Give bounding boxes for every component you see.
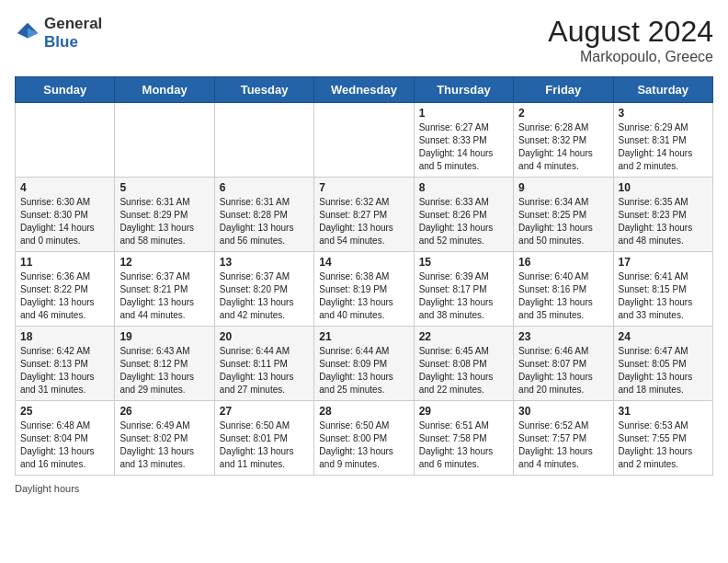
day-info: Sunrise: 6:32 AM Sunset: 8:27 PM Dayligh… [319,196,408,247]
day-info: Sunrise: 6:31 AM Sunset: 8:29 PM Dayligh… [119,196,209,247]
day-info: Sunrise: 6:52 AM Sunset: 7:57 PM Dayligh… [518,419,608,471]
calendar-body: 1Sunrise: 6:27 AM Sunset: 8:33 PM Daylig… [16,103,713,476]
footer: Daylight hours [15,483,713,494]
calendar-cell: 25Sunrise: 6:48 AM Sunset: 8:04 PM Dayli… [16,401,115,476]
day-number: 7 [319,181,408,194]
dow-header: Wednesday [314,77,414,103]
calendar-cell: 16Sunrise: 6:40 AM Sunset: 8:16 PM Dayli… [514,252,613,327]
day-info: Sunrise: 6:50 AM Sunset: 8:01 PM Dayligh… [220,419,309,471]
calendar-cell [314,103,414,178]
calendar-cell: 27Sunrise: 6:50 AM Sunset: 8:01 PM Dayli… [214,401,313,476]
day-info: Sunrise: 6:45 AM Sunset: 8:08 PM Dayligh… [419,345,508,396]
day-info: Sunrise: 6:40 AM Sunset: 8:16 PM Dayligh… [518,270,608,322]
day-number: 28 [319,405,408,418]
day-info: Sunrise: 6:50 AM Sunset: 8:00 PM Dayligh… [319,419,408,471]
day-number: 6 [220,181,309,194]
calendar-table: SundayMondayTuesdayWednesdayThursdayFrid… [15,76,713,476]
day-number: 20 [220,330,309,343]
location-subtitle: Markopoulo, Greece [548,49,713,65]
calendar-cell: 9Sunrise: 6:34 AM Sunset: 8:25 PM Daylig… [514,178,613,252]
dow-header: Monday [115,77,214,103]
calendar-cell: 15Sunrise: 6:39 AM Sunset: 8:17 PM Dayli… [414,252,513,327]
day-info: Sunrise: 6:42 AM Sunset: 8:13 PM Dayligh… [20,345,109,396]
calendar-week-row: 25Sunrise: 6:48 AM Sunset: 8:04 PM Dayli… [16,401,713,476]
calendar-cell: 10Sunrise: 6:35 AM Sunset: 8:23 PM Dayli… [613,178,712,252]
calendar-cell: 8Sunrise: 6:33 AM Sunset: 8:26 PM Daylig… [414,178,513,252]
day-number: 16 [518,256,608,269]
day-number: 17 [619,256,708,269]
calendar-week-row: 11Sunrise: 6:36 AM Sunset: 8:22 PM Dayli… [16,252,713,327]
day-info: Sunrise: 6:47 AM Sunset: 8:05 PM Dayligh… [619,345,708,396]
calendar-cell: 18Sunrise: 6:42 AM Sunset: 8:13 PM Dayli… [16,327,115,401]
day-info: Sunrise: 6:48 AM Sunset: 8:04 PM Dayligh… [20,419,109,471]
day-info: Sunrise: 6:29 AM Sunset: 8:31 PM Dayligh… [619,121,708,173]
day-info: Sunrise: 6:37 AM Sunset: 8:20 PM Dayligh… [220,270,309,322]
page-header: General Blue August 2024 Markopoulo, Gre… [15,15,713,65]
logo-blue-text: Blue [44,33,102,52]
dow-header: Tuesday [214,77,313,103]
day-info: Sunrise: 6:27 AM Sunset: 8:33 PM Dayligh… [419,121,508,173]
calendar-cell [16,103,115,178]
day-number: 23 [518,330,608,343]
day-info: Sunrise: 6:35 AM Sunset: 8:23 PM Dayligh… [619,196,708,247]
calendar-cell: 3Sunrise: 6:29 AM Sunset: 8:31 PM Daylig… [613,103,712,178]
calendar-cell: 21Sunrise: 6:44 AM Sunset: 8:09 PM Dayli… [314,327,414,401]
day-info: Sunrise: 6:30 AM Sunset: 8:30 PM Dayligh… [20,196,109,247]
dow-header: Saturday [613,77,712,103]
calendar-cell: 11Sunrise: 6:36 AM Sunset: 8:22 PM Dayli… [16,252,115,327]
day-number: 11 [20,256,109,269]
day-info: Sunrise: 6:28 AM Sunset: 8:32 PM Dayligh… [518,121,608,173]
day-info: Sunrise: 6:41 AM Sunset: 8:15 PM Dayligh… [619,270,708,322]
calendar-week-row: 4Sunrise: 6:30 AM Sunset: 8:30 PM Daylig… [16,178,713,252]
calendar-cell: 26Sunrise: 6:49 AM Sunset: 8:02 PM Dayli… [115,401,214,476]
day-number: 29 [419,405,508,418]
month-year-title: August 2024 [548,15,713,49]
day-info: Sunrise: 6:39 AM Sunset: 8:17 PM Dayligh… [419,270,508,322]
dow-header: Sunday [16,77,115,103]
day-info: Sunrise: 6:53 AM Sunset: 7:55 PM Dayligh… [619,419,708,471]
calendar-cell [214,103,313,178]
calendar-cell: 5Sunrise: 6:31 AM Sunset: 8:29 PM Daylig… [115,178,214,252]
calendar-cell: 2Sunrise: 6:28 AM Sunset: 8:32 PM Daylig… [514,103,613,178]
calendar-cell: 23Sunrise: 6:46 AM Sunset: 8:07 PM Dayli… [514,327,613,401]
logo-icon [15,20,40,46]
day-number: 8 [419,181,508,194]
day-number: 26 [119,405,209,418]
day-info: Sunrise: 6:34 AM Sunset: 8:25 PM Dayligh… [518,196,608,247]
day-number: 31 [619,405,708,418]
day-info: Sunrise: 6:43 AM Sunset: 8:12 PM Dayligh… [119,345,209,396]
calendar-cell: 7Sunrise: 6:32 AM Sunset: 8:27 PM Daylig… [314,178,414,252]
day-info: Sunrise: 6:38 AM Sunset: 8:19 PM Dayligh… [319,270,408,322]
day-info: Sunrise: 6:33 AM Sunset: 8:26 PM Dayligh… [419,196,508,247]
day-info: Sunrise: 6:31 AM Sunset: 8:28 PM Dayligh… [220,196,309,247]
day-number: 10 [619,181,708,194]
logo-general-text: General [44,15,102,33]
calendar-cell: 24Sunrise: 6:47 AM Sunset: 8:05 PM Dayli… [613,327,712,401]
day-number: 27 [220,405,309,418]
day-number: 21 [319,330,408,343]
logo: General Blue [15,15,102,51]
days-of-week-row: SundayMondayTuesdayWednesdayThursdayFrid… [16,77,713,103]
day-number: 14 [319,256,408,269]
calendar-cell: 6Sunrise: 6:31 AM Sunset: 8:28 PM Daylig… [214,178,313,252]
day-number: 3 [619,107,708,120]
dow-header: Thursday [414,77,513,103]
day-info: Sunrise: 6:49 AM Sunset: 8:02 PM Dayligh… [119,419,209,471]
calendar-week-row: 1Sunrise: 6:27 AM Sunset: 8:33 PM Daylig… [16,103,713,178]
day-number: 1 [419,107,508,120]
day-info: Sunrise: 6:36 AM Sunset: 8:22 PM Dayligh… [20,270,109,322]
calendar-cell: 20Sunrise: 6:44 AM Sunset: 8:11 PM Dayli… [214,327,313,401]
calendar-cell: 1Sunrise: 6:27 AM Sunset: 8:33 PM Daylig… [414,103,513,178]
day-info: Sunrise: 6:51 AM Sunset: 7:58 PM Dayligh… [419,419,508,471]
day-info: Sunrise: 6:44 AM Sunset: 8:11 PM Dayligh… [220,345,309,396]
calendar-week-row: 18Sunrise: 6:42 AM Sunset: 8:13 PM Dayli… [16,327,713,401]
day-number: 15 [419,256,508,269]
calendar-cell: 28Sunrise: 6:50 AM Sunset: 8:00 PM Dayli… [314,401,414,476]
calendar-cell: 19Sunrise: 6:43 AM Sunset: 8:12 PM Dayli… [115,327,214,401]
day-number: 9 [518,181,608,194]
title-block: August 2024 Markopoulo, Greece [548,15,713,65]
day-number: 5 [119,181,209,194]
day-info: Sunrise: 6:37 AM Sunset: 8:21 PM Dayligh… [119,270,209,322]
calendar-cell: 13Sunrise: 6:37 AM Sunset: 8:20 PM Dayli… [214,252,313,327]
dow-header: Friday [514,77,613,103]
